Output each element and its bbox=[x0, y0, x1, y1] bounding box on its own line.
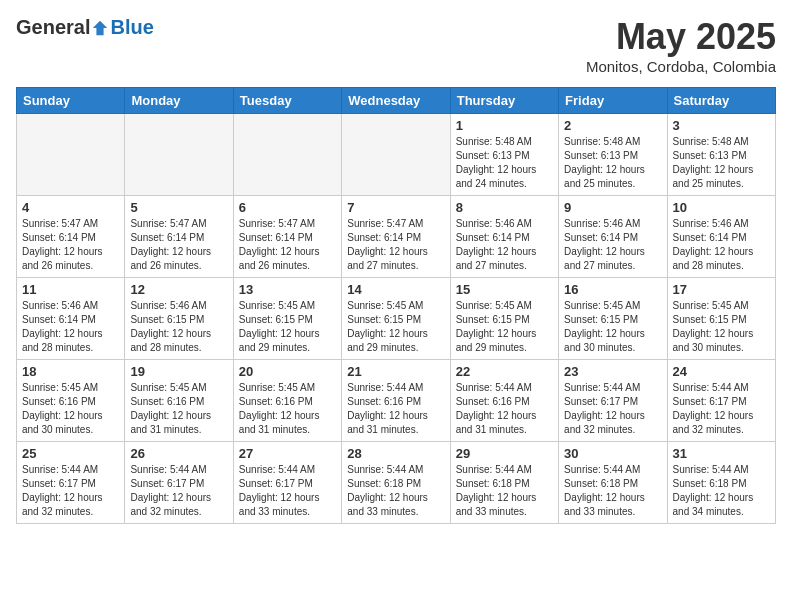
day-info: Sunrise: 5:44 AM Sunset: 6:17 PM Dayligh… bbox=[22, 463, 119, 519]
day-info: Sunrise: 5:44 AM Sunset: 6:17 PM Dayligh… bbox=[130, 463, 227, 519]
calendar-cell: 30Sunrise: 5:44 AM Sunset: 6:18 PM Dayli… bbox=[559, 442, 667, 524]
calendar-cell: 25Sunrise: 5:44 AM Sunset: 6:17 PM Dayli… bbox=[17, 442, 125, 524]
calendar-day-header: Wednesday bbox=[342, 88, 450, 114]
day-info: Sunrise: 5:45 AM Sunset: 6:16 PM Dayligh… bbox=[239, 381, 336, 437]
day-info: Sunrise: 5:47 AM Sunset: 6:14 PM Dayligh… bbox=[22, 217, 119, 273]
calendar-cell: 17Sunrise: 5:45 AM Sunset: 6:15 PM Dayli… bbox=[667, 278, 775, 360]
calendar-week-row: 1Sunrise: 5:48 AM Sunset: 6:13 PM Daylig… bbox=[17, 114, 776, 196]
day-info: Sunrise: 5:45 AM Sunset: 6:16 PM Dayligh… bbox=[130, 381, 227, 437]
calendar-cell: 1Sunrise: 5:48 AM Sunset: 6:13 PM Daylig… bbox=[450, 114, 558, 196]
calendar-cell: 7Sunrise: 5:47 AM Sunset: 6:14 PM Daylig… bbox=[342, 196, 450, 278]
day-number: 5 bbox=[130, 200, 227, 215]
calendar-cell: 26Sunrise: 5:44 AM Sunset: 6:17 PM Dayli… bbox=[125, 442, 233, 524]
calendar-cell bbox=[125, 114, 233, 196]
day-number: 17 bbox=[673, 282, 770, 297]
day-info: Sunrise: 5:44 AM Sunset: 6:18 PM Dayligh… bbox=[564, 463, 661, 519]
calendar-week-row: 18Sunrise: 5:45 AM Sunset: 6:16 PM Dayli… bbox=[17, 360, 776, 442]
page-header: General Blue May 2025 Monitos, Cordoba, … bbox=[16, 16, 776, 75]
calendar-header-row: SundayMondayTuesdayWednesdayThursdayFrid… bbox=[17, 88, 776, 114]
day-info: Sunrise: 5:44 AM Sunset: 6:18 PM Dayligh… bbox=[347, 463, 444, 519]
calendar-cell: 9Sunrise: 5:46 AM Sunset: 6:14 PM Daylig… bbox=[559, 196, 667, 278]
day-info: Sunrise: 5:47 AM Sunset: 6:14 PM Dayligh… bbox=[347, 217, 444, 273]
calendar-cell bbox=[342, 114, 450, 196]
day-number: 23 bbox=[564, 364, 661, 379]
calendar-cell: 21Sunrise: 5:44 AM Sunset: 6:16 PM Dayli… bbox=[342, 360, 450, 442]
logo-blue-text: Blue bbox=[110, 16, 153, 39]
day-info: Sunrise: 5:44 AM Sunset: 6:18 PM Dayligh… bbox=[456, 463, 553, 519]
day-number: 24 bbox=[673, 364, 770, 379]
day-info: Sunrise: 5:45 AM Sunset: 6:15 PM Dayligh… bbox=[673, 299, 770, 355]
logo-general-text: General bbox=[16, 16, 90, 39]
calendar-cell bbox=[233, 114, 341, 196]
calendar-day-header: Friday bbox=[559, 88, 667, 114]
day-info: Sunrise: 5:45 AM Sunset: 6:15 PM Dayligh… bbox=[456, 299, 553, 355]
calendar-cell: 3Sunrise: 5:48 AM Sunset: 6:13 PM Daylig… bbox=[667, 114, 775, 196]
calendar-cell: 12Sunrise: 5:46 AM Sunset: 6:15 PM Dayli… bbox=[125, 278, 233, 360]
day-info: Sunrise: 5:44 AM Sunset: 6:16 PM Dayligh… bbox=[456, 381, 553, 437]
calendar-cell: 22Sunrise: 5:44 AM Sunset: 6:16 PM Dayli… bbox=[450, 360, 558, 442]
day-number: 14 bbox=[347, 282, 444, 297]
calendar-cell: 15Sunrise: 5:45 AM Sunset: 6:15 PM Dayli… bbox=[450, 278, 558, 360]
day-info: Sunrise: 5:45 AM Sunset: 6:16 PM Dayligh… bbox=[22, 381, 119, 437]
calendar-cell: 31Sunrise: 5:44 AM Sunset: 6:18 PM Dayli… bbox=[667, 442, 775, 524]
calendar-day-header: Thursday bbox=[450, 88, 558, 114]
calendar-cell: 13Sunrise: 5:45 AM Sunset: 6:15 PM Dayli… bbox=[233, 278, 341, 360]
calendar-week-row: 11Sunrise: 5:46 AM Sunset: 6:14 PM Dayli… bbox=[17, 278, 776, 360]
day-info: Sunrise: 5:48 AM Sunset: 6:13 PM Dayligh… bbox=[456, 135, 553, 191]
calendar-cell: 18Sunrise: 5:45 AM Sunset: 6:16 PM Dayli… bbox=[17, 360, 125, 442]
day-number: 1 bbox=[456, 118, 553, 133]
day-info: Sunrise: 5:46 AM Sunset: 6:14 PM Dayligh… bbox=[22, 299, 119, 355]
day-number: 12 bbox=[130, 282, 227, 297]
day-info: Sunrise: 5:45 AM Sunset: 6:15 PM Dayligh… bbox=[564, 299, 661, 355]
calendar-cell: 16Sunrise: 5:45 AM Sunset: 6:15 PM Dayli… bbox=[559, 278, 667, 360]
day-number: 10 bbox=[673, 200, 770, 215]
calendar-week-row: 4Sunrise: 5:47 AM Sunset: 6:14 PM Daylig… bbox=[17, 196, 776, 278]
day-number: 7 bbox=[347, 200, 444, 215]
calendar-cell: 6Sunrise: 5:47 AM Sunset: 6:14 PM Daylig… bbox=[233, 196, 341, 278]
calendar-cell: 28Sunrise: 5:44 AM Sunset: 6:18 PM Dayli… bbox=[342, 442, 450, 524]
calendar-cell: 11Sunrise: 5:46 AM Sunset: 6:14 PM Dayli… bbox=[17, 278, 125, 360]
calendar-cell: 10Sunrise: 5:46 AM Sunset: 6:14 PM Dayli… bbox=[667, 196, 775, 278]
day-number: 25 bbox=[22, 446, 119, 461]
calendar-cell: 19Sunrise: 5:45 AM Sunset: 6:16 PM Dayli… bbox=[125, 360, 233, 442]
calendar-week-row: 25Sunrise: 5:44 AM Sunset: 6:17 PM Dayli… bbox=[17, 442, 776, 524]
calendar-cell: 8Sunrise: 5:46 AM Sunset: 6:14 PM Daylig… bbox=[450, 196, 558, 278]
calendar-cell bbox=[17, 114, 125, 196]
day-number: 28 bbox=[347, 446, 444, 461]
calendar-day-header: Tuesday bbox=[233, 88, 341, 114]
day-number: 27 bbox=[239, 446, 336, 461]
day-info: Sunrise: 5:44 AM Sunset: 6:18 PM Dayligh… bbox=[673, 463, 770, 519]
day-number: 30 bbox=[564, 446, 661, 461]
day-info: Sunrise: 5:47 AM Sunset: 6:14 PM Dayligh… bbox=[130, 217, 227, 273]
day-info: Sunrise: 5:48 AM Sunset: 6:13 PM Dayligh… bbox=[673, 135, 770, 191]
day-info: Sunrise: 5:44 AM Sunset: 6:16 PM Dayligh… bbox=[347, 381, 444, 437]
svg-marker-0 bbox=[93, 20, 107, 34]
calendar-cell: 23Sunrise: 5:44 AM Sunset: 6:17 PM Dayli… bbox=[559, 360, 667, 442]
calendar-day-header: Sunday bbox=[17, 88, 125, 114]
calendar-cell: 4Sunrise: 5:47 AM Sunset: 6:14 PM Daylig… bbox=[17, 196, 125, 278]
day-number: 22 bbox=[456, 364, 553, 379]
day-number: 26 bbox=[130, 446, 227, 461]
day-info: Sunrise: 5:46 AM Sunset: 6:15 PM Dayligh… bbox=[130, 299, 227, 355]
day-info: Sunrise: 5:45 AM Sunset: 6:15 PM Dayligh… bbox=[239, 299, 336, 355]
day-info: Sunrise: 5:47 AM Sunset: 6:14 PM Dayligh… bbox=[239, 217, 336, 273]
day-info: Sunrise: 5:44 AM Sunset: 6:17 PM Dayligh… bbox=[673, 381, 770, 437]
logo: General Blue bbox=[16, 16, 154, 39]
location: Monitos, Cordoba, Colombia bbox=[586, 58, 776, 75]
calendar-table: SundayMondayTuesdayWednesdayThursdayFrid… bbox=[16, 87, 776, 524]
day-info: Sunrise: 5:46 AM Sunset: 6:14 PM Dayligh… bbox=[456, 217, 553, 273]
day-info: Sunrise: 5:48 AM Sunset: 6:13 PM Dayligh… bbox=[564, 135, 661, 191]
day-number: 11 bbox=[22, 282, 119, 297]
day-number: 20 bbox=[239, 364, 336, 379]
day-info: Sunrise: 5:46 AM Sunset: 6:14 PM Dayligh… bbox=[564, 217, 661, 273]
day-number: 8 bbox=[456, 200, 553, 215]
calendar-cell: 24Sunrise: 5:44 AM Sunset: 6:17 PM Dayli… bbox=[667, 360, 775, 442]
day-number: 19 bbox=[130, 364, 227, 379]
month-title: May 2025 bbox=[586, 16, 776, 58]
day-number: 31 bbox=[673, 446, 770, 461]
day-number: 2 bbox=[564, 118, 661, 133]
calendar-cell: 14Sunrise: 5:45 AM Sunset: 6:15 PM Dayli… bbox=[342, 278, 450, 360]
day-info: Sunrise: 5:44 AM Sunset: 6:17 PM Dayligh… bbox=[564, 381, 661, 437]
calendar-cell: 20Sunrise: 5:45 AM Sunset: 6:16 PM Dayli… bbox=[233, 360, 341, 442]
day-number: 3 bbox=[673, 118, 770, 133]
